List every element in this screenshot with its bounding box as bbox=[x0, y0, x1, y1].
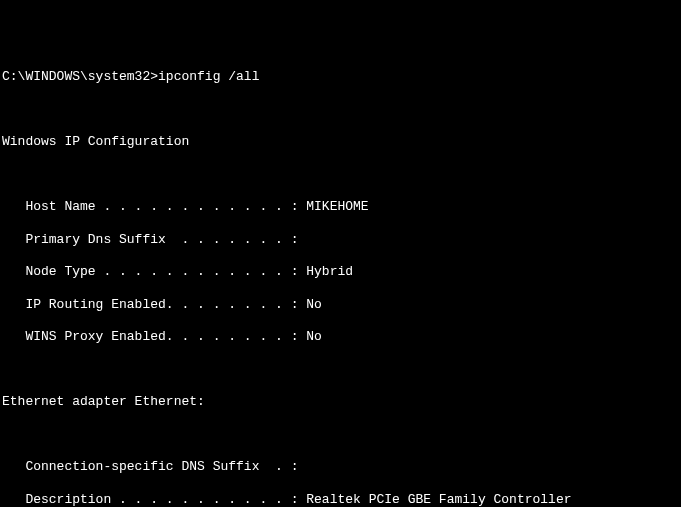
description-label: Description . . . . . . . . . . . : bbox=[2, 492, 306, 507]
command-text: ipconfig /all bbox=[158, 69, 259, 84]
host-name-row: Host Name . . . . . . . . . . . . : MIKE… bbox=[2, 199, 679, 215]
wins-proxy-label: WINS Proxy Enabled. . . . . . . . : bbox=[2, 329, 306, 344]
ip-routing-label: IP Routing Enabled. . . . . . . . : bbox=[2, 297, 306, 312]
prompt-1: C:\WINDOWS\system32> bbox=[2, 69, 158, 84]
blank-line bbox=[2, 362, 679, 378]
config-header: Windows IP Configuration bbox=[2, 134, 679, 150]
primary-dns-suffix-row: Primary Dns Suffix . . . . . . . : bbox=[2, 232, 679, 248]
wins-proxy-value: No bbox=[306, 329, 322, 344]
node-type-label: Node Type . . . . . . . . . . . . : bbox=[2, 264, 306, 279]
blank-line bbox=[2, 102, 679, 118]
blank-line bbox=[2, 427, 679, 443]
ip-routing-value: No bbox=[306, 297, 322, 312]
node-type-row: Node Type . . . . . . . . . . . . : Hybr… bbox=[2, 264, 679, 280]
conn-suffix-row: Connection-specific DNS Suffix . : bbox=[2, 459, 679, 475]
prompt-line-1: C:\WINDOWS\system32>ipconfig /all bbox=[2, 69, 679, 85]
primary-dns-suffix-label: Primary Dns Suffix . . . . . . . : bbox=[2, 232, 298, 247]
ip-routing-row: IP Routing Enabled. . . . . . . . : No bbox=[2, 297, 679, 313]
adapter-header: Ethernet adapter Ethernet: bbox=[2, 394, 679, 410]
description-row: Description . . . . . . . . . . . : Real… bbox=[2, 492, 679, 508]
wins-proxy-row: WINS Proxy Enabled. . . . . . . . : No bbox=[2, 329, 679, 345]
host-name-label: Host Name . . . . . . . . . . . . : bbox=[2, 199, 306, 214]
blank-line bbox=[2, 167, 679, 183]
description-value: Realtek PCIe GBE Family Controller bbox=[306, 492, 571, 507]
node-type-value: Hybrid bbox=[306, 264, 353, 279]
host-name-value: MIKEHOME bbox=[306, 199, 368, 214]
conn-suffix-label: Connection-specific DNS Suffix . : bbox=[2, 459, 298, 474]
